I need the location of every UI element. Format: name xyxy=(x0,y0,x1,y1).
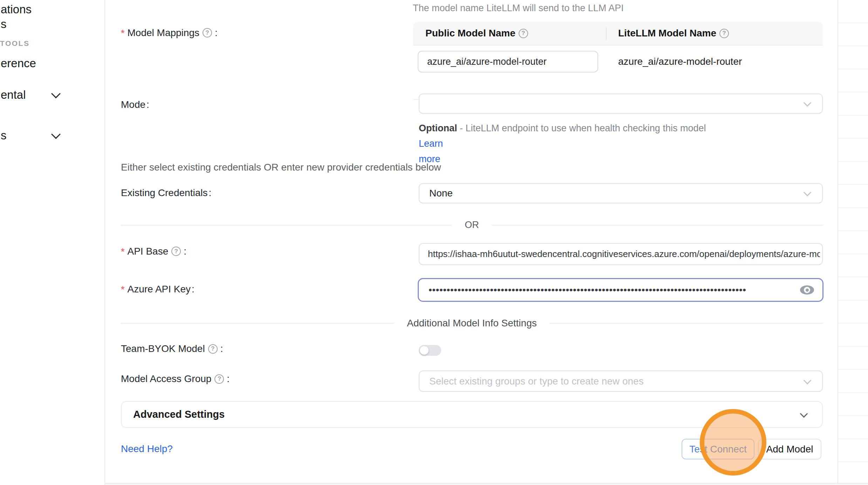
add-model-button[interactable]: Add Model xyxy=(758,439,821,459)
credentials-note: Either select existing credentials OR en… xyxy=(121,162,441,173)
sidebar-item-ental[interactable]: ental xyxy=(1,88,26,102)
column-header-litellm-model-name: LiteLLM Model Name xyxy=(618,22,731,45)
sidebar-section-tools: TOOLS xyxy=(0,39,29,48)
team-byok-toggle[interactable] xyxy=(419,345,441,356)
learn-more-link[interactable]: Learn xyxy=(419,138,443,149)
advanced-settings-panel[interactable]: Advanced Settings xyxy=(121,401,823,428)
add-model-form: The model name LiteLLM will send to the … xyxy=(105,0,838,483)
need-help-link[interactable]: Need Help? xyxy=(121,443,173,455)
required-mark: * xyxy=(121,28,125,39)
api-base-label: * API Base : xyxy=(121,245,186,257)
azure-api-key-input[interactable]: ••••••••••••••••••••••••••••••••••••••••… xyxy=(418,278,823,302)
background-panel-gutter xyxy=(838,0,868,483)
existing-credentials-label: Existing Credentials : xyxy=(121,187,211,199)
sidebar-item-erence[interactable]: erence xyxy=(1,57,36,70)
litellm-model-name-value: azure_ai/azure-model-router xyxy=(618,51,742,72)
help-icon[interactable] xyxy=(208,344,218,354)
azure-api-key-label: * Azure API Key : xyxy=(121,283,194,295)
sidebar-item-s1[interactable]: s xyxy=(1,18,7,31)
team-byok-label: Team-BYOK Model : xyxy=(121,343,223,354)
help-icon[interactable] xyxy=(171,247,181,256)
mode-label: Mode : xyxy=(121,99,149,110)
mode-select[interactable] xyxy=(419,93,823,114)
model-name-helper-text: The model name LiteLLM will send to the … xyxy=(413,3,624,14)
chevron-down-icon[interactable] xyxy=(51,130,61,139)
mode-help-text: Optional - LiteLLM endpoint to use when … xyxy=(419,120,706,167)
model-access-group-label: Model Access Group : xyxy=(121,373,230,384)
chevron-down-icon xyxy=(804,376,812,384)
additional-settings-divider: Additional Model Info Settings xyxy=(121,318,823,329)
masked-password-value: ••••••••••••••••••••••••••••••••••••••••… xyxy=(419,284,776,296)
table-header: Public Model Name LiteLLM Model Name xyxy=(413,22,823,46)
eye-icon[interactable] xyxy=(800,285,814,295)
chevron-down-icon xyxy=(804,188,812,196)
chevron-down-icon xyxy=(800,410,808,418)
required-mark: * xyxy=(121,284,125,295)
model-mappings-table: Public Model Name LiteLLM Model Name azu… xyxy=(413,22,823,78)
required-mark: * xyxy=(121,247,125,257)
column-header-public-model-name: Public Model Name xyxy=(425,22,530,45)
help-icon[interactable] xyxy=(214,374,224,384)
chevron-down-icon[interactable] xyxy=(51,89,61,98)
public-model-name-input[interactable] xyxy=(418,51,598,72)
existing-credentials-select[interactable]: None xyxy=(419,183,823,203)
test-connect-button[interactable]: Test Connect xyxy=(682,439,754,459)
column-separator xyxy=(606,27,607,40)
help-icon[interactable] xyxy=(203,28,212,37)
sidebar-item-s2[interactable]: s xyxy=(1,129,7,142)
sidebar-item-ations[interactable]: ations xyxy=(1,3,32,16)
chevron-down-icon xyxy=(804,99,812,107)
model-mappings-label: * Model Mappings : xyxy=(121,27,218,39)
table-row: azure_ai/azure-model-router xyxy=(413,46,823,100)
api-base-input[interactable] xyxy=(419,243,823,265)
model-access-group-select[interactable]: Select existing groups or type to create… xyxy=(419,370,823,392)
card-bottom-edge xyxy=(105,483,868,485)
help-icon[interactable] xyxy=(719,29,729,38)
add-model-form-page: ations s TOOLS erence ental s The model … xyxy=(0,0,868,485)
or-divider: OR xyxy=(121,220,823,230)
help-icon[interactable] xyxy=(519,29,528,38)
sidebar: ations s TOOLS erence ental s xyxy=(0,0,105,485)
